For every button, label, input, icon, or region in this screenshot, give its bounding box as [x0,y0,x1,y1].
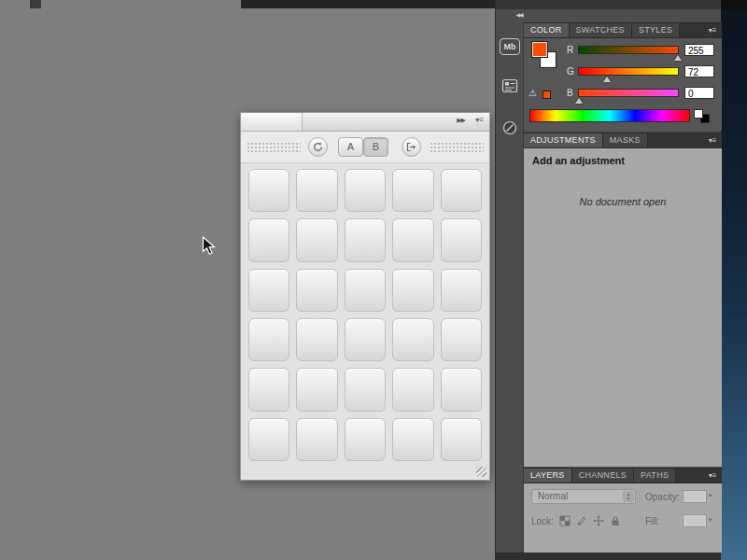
floating-panel-titlebar[interactable]: ▶▶ ▾≡ [241,113,489,132]
color-panel-content: R 255 G 72 B [524,38,722,131]
red-slider-thumb[interactable] [674,55,682,61]
preset-slot[interactable] [392,218,433,261]
floating-panel-tab[interactable] [241,113,303,131]
tab-masks[interactable]: MASKS [603,133,648,147]
preset-slot[interactable] [441,169,482,212]
cursor-arrow-icon [202,236,218,260]
foreground-color-swatch[interactable] [531,41,548,58]
gamut-color-swatch[interactable] [543,91,551,99]
preset-slot[interactable] [441,269,482,312]
option-a-button[interactable]: A [338,137,363,157]
floating-panel-toolbar: A B [241,132,489,163]
preset-slot[interactable] [441,218,482,261]
export-arrow-icon [405,141,417,153]
preset-slot[interactable] [441,368,482,411]
preset-slot[interactable] [248,169,289,212]
preset-slot[interactable] [345,269,386,312]
blue-slider[interactable] [578,89,679,97]
panel-menu-icon[interactable]: ▾≡ [475,116,484,124]
preset-slot[interactable] [296,318,337,361]
preset-slot[interactable] [248,368,289,411]
tab-styles[interactable]: STYLES [632,23,680,37]
red-channel-label: R [567,45,573,55]
lock-position-icon[interactable] [591,513,605,527]
preset-slot[interactable] [345,218,386,261]
layers-tab-bar: LAYERS CHANNELS PATHS ▾≡ [524,468,722,483]
grip-texture [430,142,484,153]
panel-menu-icon[interactable]: ▾≡ [703,133,722,147]
mini-bridge-button[interactable]: Mb [499,35,521,58]
preset-slot[interactable] [248,269,289,312]
preset-slot[interactable] [248,318,289,361]
tab-channels[interactable]: CHANNELS [572,469,634,483]
resize-grip-icon[interactable] [476,467,486,477]
panel-list-icon [501,77,518,94]
preset-slot[interactable] [296,368,337,411]
warning-triangle-icon[interactable]: ⚠ [529,88,537,98]
red-slider[interactable] [578,46,679,54]
preset-slot[interactable] [345,418,386,461]
preset-slot[interactable] [345,169,386,212]
lock-pixels-icon[interactable] [574,513,588,527]
color-spectrum-ramp[interactable] [529,109,690,122]
lock-transparency-icon[interactable] [557,513,571,527]
preset-slot[interactable] [392,269,433,312]
preset-slot[interactable] [248,418,289,461]
preset-slot[interactable] [345,318,386,361]
green-slider-thumb[interactable] [603,77,611,82]
preset-slot[interactable] [441,418,482,461]
blend-mode-dropdown[interactable]: Normal ▲▼ [531,489,636,504]
preset-slot[interactable] [248,218,289,261]
preset-slot[interactable] [392,418,433,461]
fill-input[interactable] [683,514,707,527]
panel-list-button[interactable] [499,75,521,97]
double-right-arrows-icon[interactable]: ▶▶ [457,117,465,124]
desktop-wallpaper [721,9,747,560]
lock-all-icon[interactable] [608,513,622,527]
chevron-down-icon[interactable]: ▾ [709,516,712,524]
opacity-label: Opacity: [645,492,680,502]
cs-live-button[interactable] [499,117,521,139]
blue-channel-label: B [567,88,573,98]
cs-live-circle-icon [501,119,518,136]
tab-paths[interactable]: PATHS [634,469,676,483]
export-button[interactable] [402,137,421,157]
lock-label: Lock: [531,516,554,526]
preset-slot[interactable] [296,269,337,312]
preset-slot[interactable] [392,368,433,411]
white-swatch[interactable] [694,109,703,119]
preset-slot[interactable] [296,418,337,461]
preset-slot[interactable] [392,169,433,212]
panel-column: COLOR SWATCHES STYLES ▾≡ R 255 G [524,0,722,560]
preset-slot[interactable] [296,218,337,261]
green-value-input[interactable]: 72 [684,65,714,77]
photoshop-workspace: ▶▶ ▶▶ ▾≡ A B [0,0,747,560]
green-slider[interactable] [578,67,679,76]
no-document-message: No document open [524,196,722,207]
green-channel-label: G [567,66,574,77]
option-b-button[interactable]: B [363,137,388,157]
lock-fill-row: Lock: Fill: ▾ [524,513,722,530]
preset-slot[interactable] [441,318,482,361]
preset-slot[interactable] [345,368,386,411]
panel-menu-icon[interactable]: ▾≡ [703,23,722,37]
red-value-input[interactable]: 255 [684,44,714,56]
preset-slot[interactable] [392,318,433,361]
stepper-icon: ▲▼ [623,491,634,502]
tab-layers[interactable]: LAYERS [524,469,572,483]
color-tab-bar: COLOR SWATCHES STYLES ▾≡ [524,22,722,38]
fill-label: Fill: [645,516,660,526]
chevron-down-icon[interactable]: ▾ [709,492,712,499]
blue-slider-thumb[interactable] [575,98,583,104]
preset-slot[interactable] [296,169,337,212]
tab-swatches[interactable]: SWATCHES [570,23,632,37]
dock-footer [496,553,721,560]
tab-color[interactable]: COLOR [524,23,570,37]
opacity-input[interactable] [683,490,707,503]
blue-value-input[interactable]: 0 [684,87,714,99]
panel-menu-icon[interactable]: ▾≡ [703,469,722,483]
document-titlebar-fragment [241,0,495,8]
tab-adjustments[interactable]: ADJUSTMENTS [524,133,603,147]
refresh-button[interactable] [308,137,328,157]
floating-preset-panel: ▶▶ ▾≡ A B [240,112,490,481]
